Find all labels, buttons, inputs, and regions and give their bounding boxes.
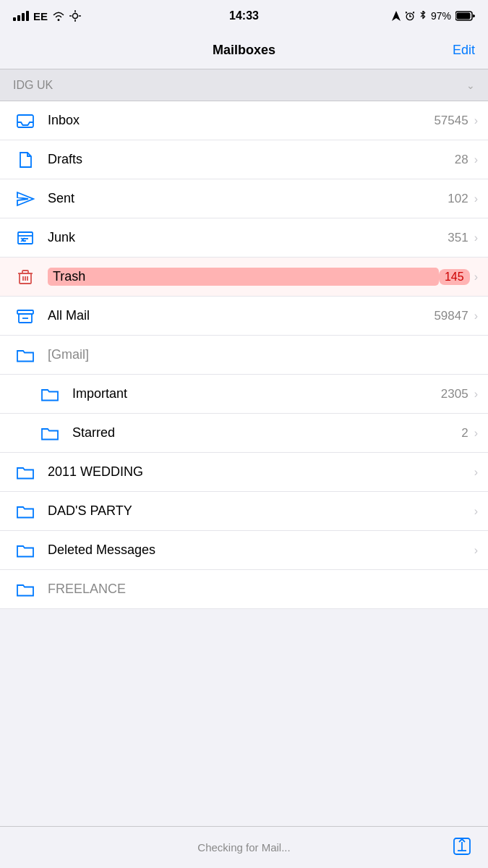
important-label: Important [72,386,441,401]
wedding-chevron: › [474,466,478,479]
svg-point-0 [73,14,78,19]
important-chevron: › [474,388,478,401]
mailbox-item-sent[interactable]: Sent 102 › [0,179,488,218]
trash-icon [13,268,38,286]
signal-icon [13,11,29,21]
compose-button[interactable] [449,833,475,859]
starred-folder-icon [38,424,62,443]
bluetooth-icon [419,11,427,21]
mailbox-item-junk[interactable]: Junk 351 › [0,218,488,258]
junk-count: 351 [448,231,468,245]
drafts-count: 28 [455,153,468,167]
allmail-label: All Mail [48,308,434,323]
mailbox-item-dadsparty[interactable]: DAD'S PARTY › [0,492,488,531]
starred-label: Starred [72,425,461,441]
wedding-label: 2011 WEDDING [48,464,474,480]
mailbox-item-inbox[interactable]: Inbox 57545 › [0,101,488,140]
checking-status: Checking for Mail... [197,841,290,854]
allmail-chevron: › [474,310,478,323]
status-right: 97% [392,10,475,22]
gmail-folder-icon [13,346,38,365]
mailbox-item-gmail[interactable]: [Gmail] [0,336,488,375]
starred-chevron: › [474,427,478,440]
battery-percent: 97% [431,10,451,22]
drafts-chevron: › [474,153,478,166]
brightness-icon [69,10,81,22]
mailbox-item-wedding[interactable]: 2011 WEDDING › [0,453,488,492]
junk-label: Junk [48,230,448,245]
svg-marker-12 [17,192,33,205]
freelance-label: FREELANCE [48,582,488,597]
svg-rect-13 [18,232,33,244]
chevron-down-icon: ⌄ [466,80,475,91]
important-count: 2305 [441,387,468,401]
mailbox-item-important[interactable]: Important 2305 › [0,375,488,414]
archive-icon [13,307,38,326]
edit-button[interactable]: Edit [453,43,475,58]
inbox-count: 57545 [434,114,468,128]
status-bar: EE 14:33 [0,0,488,32]
sent-icon [13,190,38,208]
mailbox-item-deleted[interactable]: Deleted Messages › [0,531,488,570]
nav-bar: Mailboxes Edit [0,32,488,69]
mailbox-item-freelance[interactable]: FREELANCE [0,570,488,609]
inbox-chevron: › [474,114,478,127]
battery-icon [455,11,475,21]
section-header-label: IDG UK [13,79,53,92]
deleted-folder-icon [13,541,38,560]
wifi-icon [52,11,65,21]
dadsparty-label: DAD'S PARTY [48,503,474,519]
section-header[interactable]: IDG UK ⌄ [0,69,488,101]
trash-count: 145 [439,269,470,285]
drafts-label: Drafts [48,152,455,167]
svg-rect-10 [457,13,471,20]
carrier-label: EE [33,10,48,22]
allmail-count: 59847 [434,309,468,323]
nav-title: Mailboxes [213,43,275,58]
svg-rect-21 [22,271,28,273]
inbox-label: Inbox [48,113,434,128]
junk-icon [13,229,38,247]
sent-count: 102 [448,192,468,206]
dadsparty-chevron: › [474,505,478,518]
svg-marker-5 [392,11,401,21]
bottom-bar: Checking for Mail... [0,826,488,868]
deleted-label: Deleted Messages [48,542,474,558]
sent-chevron: › [474,192,478,205]
status-left: EE [13,10,81,22]
gmail-label: [Gmail] [48,347,488,362]
drafts-icon [13,150,38,169]
alarm-icon [405,11,415,21]
important-folder-icon [38,385,62,404]
sent-label: Sent [48,191,448,206]
dadsparty-folder-icon [13,502,38,521]
starred-count: 2 [461,426,468,441]
deleted-chevron: › [474,544,478,557]
mailbox-list: Inbox 57545 › Drafts 28 › Sent 102 › [0,101,488,609]
trash-chevron: › [474,271,478,284]
junk-chevron: › [474,231,478,244]
mailbox-item-drafts[interactable]: Drafts 28 › [0,140,488,179]
mailbox-item-allmail[interactable]: All Mail 59847 › [0,297,488,336]
trash-label: Trash [48,268,439,286]
status-time: 14:33 [229,9,259,22]
freelance-folder-icon [13,580,38,599]
mailbox-item-starred[interactable]: Starred 2 › [0,414,488,453]
wedding-folder-icon [13,463,38,482]
mailbox-item-trash[interactable]: Trash 145 › [0,258,488,297]
inbox-icon [13,111,38,130]
location-icon [392,11,401,21]
